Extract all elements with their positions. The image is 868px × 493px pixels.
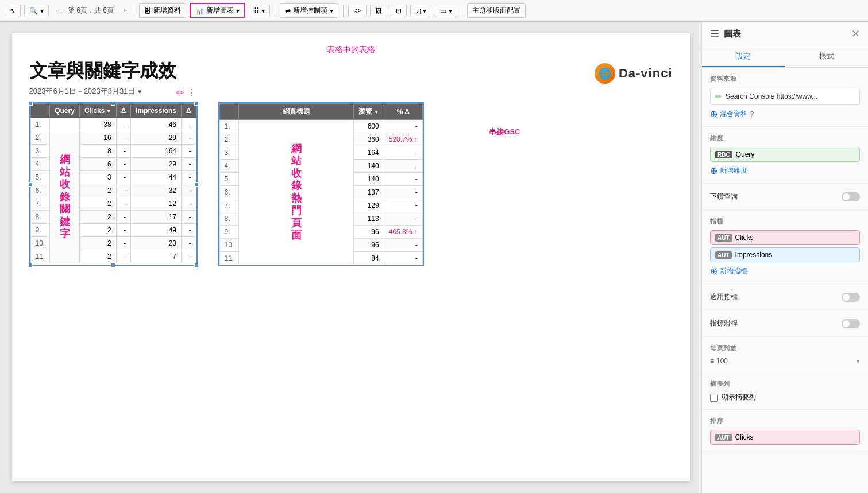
- zoom-icon: 🔍: [29, 7, 38, 15]
- row-num-cell: 7.: [30, 197, 50, 211]
- cursor-icon: ↖: [10, 7, 16, 15]
- impressions-cell: 164: [131, 145, 182, 158]
- canvas[interactable]: 表格中的表格 文章與關鍵字成效 2023年6月1日－2023年8月31日 ▾ 🌐…: [0, 22, 701, 493]
- tab-style[interactable]: 樣式: [785, 46, 869, 67]
- col-page-title[interactable]: 網頁標題: [239, 104, 354, 120]
- cursor-tool[interactable]: ↖: [5, 5, 21, 17]
- image-button[interactable]: 🖼: [370, 5, 387, 17]
- row-num-cell: 6.: [30, 184, 50, 197]
- col-query[interactable]: Query: [50, 104, 80, 118]
- delta1-cell: -: [116, 250, 131, 263]
- drilldown-toggle[interactable]: [842, 192, 860, 201]
- apply-metrics-toggle[interactable]: [842, 293, 860, 302]
- handle-bl[interactable]: [28, 263, 33, 267]
- sort-row[interactable]: AUT Clicks: [710, 430, 860, 445]
- rows-dropdown-icon[interactable]: ▾: [857, 358, 860, 365]
- summary-title: 摘要列: [710, 379, 860, 388]
- metric-slider-toggle[interactable]: [842, 319, 860, 328]
- theme-button[interactable]: 主題和版面配置: [467, 3, 526, 18]
- shape-button[interactable]: ◿ ▾: [410, 5, 431, 17]
- handle-mr[interactable]: [194, 182, 199, 187]
- date-dropdown-icon[interactable]: ▾: [138, 87, 142, 96]
- logo-icon: 🌐: [595, 63, 615, 84]
- sort-metric-label: Clicks: [735, 433, 754, 441]
- impressions-cell: 29: [131, 131, 182, 145]
- views-cell: 96: [354, 239, 384, 252]
- right-table-wrapper[interactable]: 網頁標題 瀏覽 % Δ 1.網站收錄熱門頁面600-2.360520.7% ↑3…: [218, 102, 424, 266]
- delta2-cell: -: [181, 237, 196, 250]
- add-chart-button[interactable]: 📊 新增圖表 ▾: [190, 3, 245, 18]
- section-sort: 排序 AUT Clicks: [702, 410, 868, 452]
- clicks-cell: 2: [79, 237, 116, 250]
- query-cell: 網站收錄關鍵字: [50, 131, 80, 263]
- query-cell: [50, 118, 80, 131]
- row-num-cell: 7.: [219, 199, 239, 212]
- impressions-cell: 29: [131, 158, 182, 171]
- add-data-button[interactable]: 🗄 新增資料: [139, 3, 186, 18]
- delta1-cell: -: [116, 145, 131, 158]
- table-button[interactable]: ⊡: [391, 5, 407, 17]
- col-impressions[interactable]: Impressions: [131, 104, 182, 118]
- metric-impressions-row[interactable]: AUT Impressions: [710, 247, 860, 262]
- dimensions-title: 維度: [710, 134, 860, 142]
- panel-close-icon[interactable]: ✕: [851, 28, 860, 40]
- summary-checkbox-row: 顯示摘要列: [710, 393, 860, 402]
- aut-badge-clicks: AUT: [715, 234, 732, 242]
- add-dimension-btn[interactable]: ⊕ 新增維度: [710, 165, 860, 176]
- clicks-cell: 8: [79, 145, 116, 158]
- add-metric-btn[interactable]: ⊕ 新增指標: [710, 266, 860, 277]
- dim-left: RBC Query: [715, 150, 754, 158]
- sort-left: AUT Clicks: [715, 433, 754, 441]
- more-icon[interactable]: ⋮: [187, 87, 196, 98]
- col-clicks[interactable]: Clicks: [79, 104, 116, 118]
- clicks-cell: 2: [79, 224, 116, 237]
- handle-br[interactable]: [194, 263, 199, 267]
- handle-ml[interactable]: [28, 182, 33, 187]
- left-table-wrapper[interactable]: ✏ ⋮ Q: [29, 102, 198, 266]
- rect-button[interactable]: ▭ ▾: [435, 5, 457, 17]
- pct-cell: 405.3% ↑: [384, 226, 422, 239]
- row-num-cell: 10.: [219, 239, 239, 252]
- sub-title: 表格中的表格: [29, 45, 673, 55]
- rows-icon: ≡: [710, 357, 714, 365]
- handle-tl[interactable]: [28, 101, 33, 106]
- add-datasource-btn[interactable]: ⊕ 混合資料 ?: [710, 108, 860, 119]
- row-num-cell: 3.: [219, 146, 239, 160]
- forward-button[interactable]: →: [117, 5, 129, 16]
- handle-tr[interactable]: [194, 101, 199, 106]
- left-table: Query Clicks Δ Impressions Δ 1.38-46-2.網…: [30, 103, 196, 263]
- add-dimension-label: 新增維度: [720, 166, 747, 176]
- tables-row: ✏ ⋮ Q: [29, 102, 673, 266]
- code-button[interactable]: <>: [348, 5, 367, 17]
- arrange-button[interactable]: ⠿ ▾: [249, 5, 270, 17]
- datasource-row[interactable]: ✏ Search Console https://www...: [710, 88, 860, 105]
- add-data-icon: 🗄: [144, 7, 151, 15]
- metric-impressions-left: AUT Impressions: [715, 251, 772, 259]
- delta2-cell: -: [181, 224, 196, 237]
- dimension-query-row[interactable]: RBC Query: [710, 147, 860, 162]
- help-icon[interactable]: ?: [750, 110, 754, 119]
- tab-settings[interactable]: 設定: [702, 46, 785, 67]
- panel-header: ☰ 圖表 ✕: [702, 22, 868, 46]
- zoom-tool[interactable]: 🔍 ▾: [24, 5, 49, 17]
- handle-bc[interactable]: [111, 263, 115, 267]
- delta2-cell: -: [181, 158, 196, 171]
- pct-cell: -: [384, 160, 422, 173]
- rows-select[interactable]: ≡ 100: [710, 357, 728, 365]
- impressions-cell: 7: [131, 250, 182, 263]
- clicks-cell: 2: [79, 250, 116, 263]
- clicks-cell: 2: [79, 197, 116, 211]
- pencil-icon[interactable]: ✏: [176, 87, 184, 98]
- col-views[interactable]: 瀏覽: [354, 104, 384, 120]
- section-drilldown: 下鑽查詢: [702, 184, 868, 210]
- metric-clicks-row[interactable]: AUT Clicks: [710, 230, 860, 245]
- show-summary-checkbox[interactable]: [710, 394, 718, 402]
- clicks-cell: 2: [79, 184, 116, 197]
- add-control-button[interactable]: ⇌ 新增控制項 ▾: [280, 3, 338, 18]
- back-button[interactable]: ←: [52, 5, 64, 16]
- delta2-cell: -: [181, 131, 196, 145]
- delta1-cell: -: [116, 237, 131, 250]
- main-area: 表格中的表格 文章與關鍵字成效 2023年6月1日－2023年8月31日 ▾ 🌐…: [0, 22, 868, 493]
- clicks-cell: 2: [79, 211, 116, 224]
- handle-tc[interactable]: [111, 101, 115, 106]
